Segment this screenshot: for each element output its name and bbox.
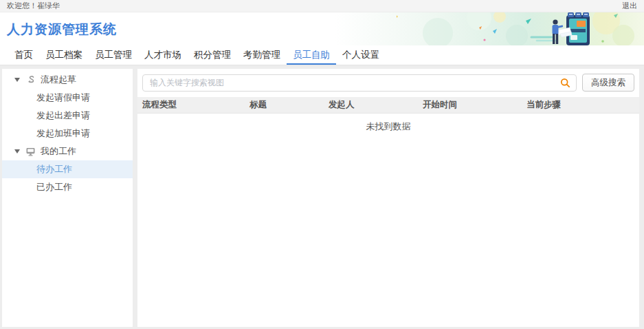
tree-item-label: 待办工作 [36,163,72,176]
main-panel: 高级搜索 流程类型 标题 发起人 开始时间 当前步骤 未找到数据 [137,69,639,327]
column-header-initiator: 发起人 [324,99,418,111]
flow-icon [25,76,36,85]
top-bar: 欢迎您！崔绿华 退出 [0,0,644,12]
tree-group-process-draft[interactable]: 流程起草 [2,71,133,89]
tree-item-business-trip-request[interactable]: 发起出差申请 [2,107,133,125]
tree-item-todo-work[interactable]: 待办工作 [2,160,133,178]
search-box [142,74,577,92]
tree-group-my-work[interactable]: 我的工作 [2,142,133,160]
search-icon[interactable] [560,78,570,91]
tab-home[interactable]: 首页 [8,45,39,65]
caret-down-icon[interactable] [14,78,20,82]
empty-state-text: 未找到数据 [137,114,639,133]
tree-group-label: 我的工作 [41,145,76,158]
tree-item-done-work[interactable]: 已办工作 [2,178,133,196]
tree-group-label: 流程起草 [41,74,76,86]
tree-item-label: 已办工作 [36,181,72,193]
column-header-start-time: 开始时间 [418,99,522,111]
content-area: 流程起草 发起请假申请 发起出差申请 发起加班申请 我的工作 待办工作 [0,65,644,329]
search-row: 高级搜索 [137,74,639,92]
tree-item-leave-request[interactable]: 发起请假申请 [2,89,133,107]
tree-item-label: 发起出差申请 [36,109,90,122]
logout-link[interactable]: 退出 [622,1,637,11]
tab-employee-self-service[interactable]: 员工自助 [287,45,336,65]
column-header-title: 标题 [245,99,324,111]
tree-item-overtime-request[interactable]: 发起加班申请 [2,125,133,142]
tab-talent-market[interactable]: 人才市场 [138,45,188,65]
column-header-process-type: 流程类型 [137,99,245,111]
main-nav: 首页 员工档案 员工管理 人才市场 积分管理 考勤管理 员工自助 个人设置 [0,45,644,65]
caret-down-icon[interactable] [14,149,20,153]
banner-illustration [397,12,644,45]
tab-personal-settings[interactable]: 个人设置 [336,45,386,65]
monitor-icon [25,147,36,156]
tab-points-management[interactable]: 积分管理 [188,45,237,65]
sidebar-tree: 流程起草 发起请假申请 发起出差申请 发起加班申请 我的工作 待办工作 [2,69,133,327]
search-input[interactable] [142,74,577,92]
column-header-current-step: 当前步骤 [522,99,639,111]
tree-item-label: 发起请假申请 [36,92,90,104]
advanced-search-button[interactable]: 高级搜索 [582,74,634,92]
page-title: 人力资源管理系统 [7,21,117,39]
app-banner: 人力资源管理系统 [0,12,644,45]
tree-item-label: 发起加班申请 [36,127,90,140]
welcome-text: 欢迎您！崔绿华 [7,1,60,11]
table-header: 流程类型 标题 发起人 开始时间 当前步骤 [137,97,639,114]
tab-employee-management[interactable]: 员工管理 [89,45,138,65]
tab-employee-archives[interactable]: 员工档案 [39,45,89,65]
tab-attendance-management[interactable]: 考勤管理 [237,45,287,65]
